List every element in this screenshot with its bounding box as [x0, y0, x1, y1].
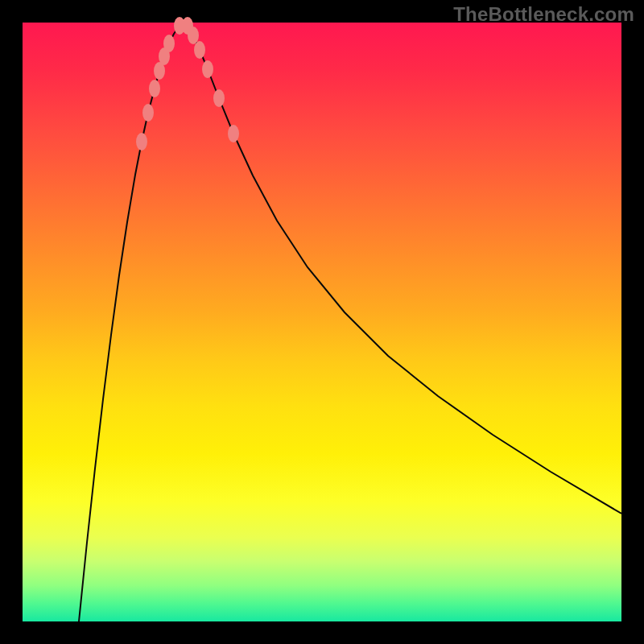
marker-left-0 [136, 133, 147, 151]
curve-left [79, 26, 180, 621]
curve-right [188, 26, 621, 514]
marker-right-3 [202, 60, 213, 78]
marker-right-2 [194, 41, 205, 59]
watermark-text: TheBottleneck.com [453, 3, 634, 26]
marker-left-1 [142, 104, 154, 122]
chart-frame: TheBottleneck.com [0, 0, 644, 644]
marker-right-4 [213, 89, 225, 107]
marker-left-5 [163, 35, 175, 52]
marker-right-5 [228, 125, 239, 142]
marker-left-2 [149, 80, 160, 97]
curve-svg [23, 23, 621, 621]
plot-area [23, 23, 621, 621]
